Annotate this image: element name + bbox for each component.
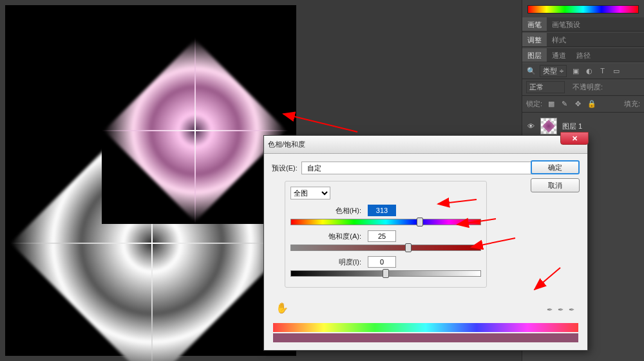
- chevron-down-icon: ÷: [560, 67, 564, 75]
- search-icon: 🔍: [526, 66, 536, 76]
- fill-label: 填充:: [624, 99, 640, 109]
- visibility-icon[interactable]: 👁: [526, 122, 535, 130]
- tab-adjustments[interactable]: 调整: [522, 33, 547, 46]
- hand-tool-icon[interactable]: ✋: [276, 302, 289, 314]
- close-button[interactable]: ✕: [560, 132, 589, 145]
- adjust-tabs: 调整 样式: [522, 33, 644, 47]
- tab-paths[interactable]: 路径: [571, 48, 596, 62]
- diamond-pink-inset: [102, 37, 289, 224]
- eyedropper-add-icon[interactable]: ✒: [558, 306, 564, 314]
- eyedropper-tools: ✒ ✒ ✒: [547, 306, 574, 314]
- sat-row: 饱和度(A):: [290, 230, 481, 242]
- hsl-group: 全图 色相(H): 饱和度(A): 明度(I):: [285, 181, 487, 288]
- hue-input[interactable]: [368, 205, 396, 216]
- eyedropper-sub-icon[interactable]: ✒: [569, 306, 574, 314]
- preset-label: 预设(E):: [272, 163, 298, 173]
- lock-move-icon[interactable]: ✥: [573, 99, 583, 109]
- sat-slider[interactable]: [290, 245, 481, 251]
- blend-mode-select[interactable]: 正常: [526, 81, 565, 93]
- tab-layers[interactable]: 图层: [522, 48, 547, 62]
- hue-label: 色相(H):: [290, 206, 368, 216]
- filter-pixel-icon[interactable]: ▣: [571, 66, 580, 76]
- dialog-title: 色相/饱和度: [268, 140, 583, 149]
- lock-row: 锁定: ▩ ✎ ✥ 🔒 填充:: [522, 96, 644, 113]
- dialog-titlebar[interactable]: 色相/饱和度 ✕: [264, 136, 587, 154]
- hue-bars: [273, 323, 578, 342]
- filter-adjust-icon[interactable]: ◐: [584, 66, 594, 76]
- brush-tabs: 画笔 画笔预设: [522, 17, 644, 32]
- lock-brush-icon[interactable]: ✎: [560, 99, 569, 109]
- range-select[interactable]: 全图: [290, 187, 330, 199]
- hue-row: 色相(H):: [290, 205, 481, 216]
- ok-button[interactable]: 确定: [531, 160, 580, 174]
- hue-bar-top: [273, 323, 578, 332]
- lock-all-icon[interactable]: 🔒: [587, 99, 596, 109]
- layers-tabs: 图层 通道 路径: [522, 48, 644, 62]
- dialog-buttons: 确定 取消: [531, 160, 580, 196]
- opacity-label: 不透明度:: [573, 82, 603, 92]
- layer-name[interactable]: 图层 1: [562, 122, 582, 131]
- lig-row: 明度(I):: [290, 256, 481, 268]
- tab-brush[interactable]: 画笔: [522, 17, 547, 31]
- sat-input[interactable]: [368, 230, 396, 242]
- swatches-strip[interactable]: [527, 5, 639, 14]
- hue-slider[interactable]: [290, 219, 481, 225]
- blend-row: 正常 不透明度:: [522, 79, 644, 96]
- layer-thumbnail[interactable]: [540, 118, 557, 134]
- canvas-document[interactable]: [5, 5, 296, 356]
- layer-kind-select[interactable]: 类型÷: [540, 65, 567, 77]
- filter-type-icon[interactable]: T: [598, 66, 607, 76]
- tab-styles[interactable]: 样式: [547, 33, 571, 46]
- eyedropper-icon[interactable]: ✒: [547, 306, 553, 314]
- hue-sat-dialog[interactable]: 色相/饱和度 ✕ 预设(E): 自定 ≡ 全图 色相(H): 饱和度(A): 明…: [263, 135, 588, 351]
- tab-channels[interactable]: 通道: [547, 48, 571, 62]
- lock-transparent-icon[interactable]: ▩: [546, 99, 556, 109]
- filter-shape-icon[interactable]: ▭: [611, 66, 621, 76]
- hue-bar-bottom: [273, 333, 578, 342]
- sat-label: 饱和度(A):: [290, 232, 368, 241]
- cancel-button[interactable]: 取消: [531, 178, 580, 192]
- lig-label: 明度(I):: [290, 257, 368, 267]
- layer-filter-row: 🔍 类型÷ ▣ ◐ T ▭: [522, 62, 644, 79]
- preset-select[interactable]: 自定: [301, 162, 566, 174]
- lig-input[interactable]: [368, 256, 396, 268]
- tab-brush-presets[interactable]: 画笔预设: [547, 17, 585, 31]
- lock-label: 锁定:: [526, 99, 542, 109]
- lig-slider[interactable]: [290, 270, 481, 277]
